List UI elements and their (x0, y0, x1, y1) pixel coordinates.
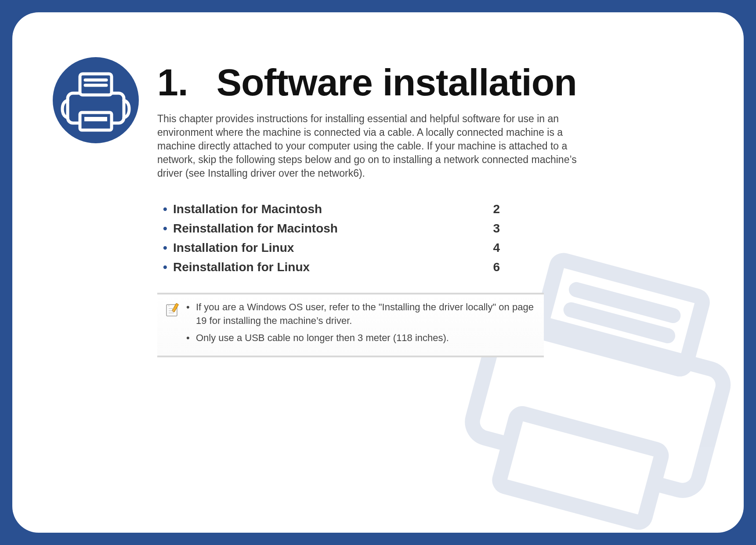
toc-item[interactable]: • Reinstallation for Linux 6 (157, 258, 500, 277)
toc-page: 3 (482, 222, 500, 236)
note-list: If you are a Windows OS user, refer to t… (186, 301, 535, 348)
chapter-intro: This chapter provides instructions for i… (157, 112, 601, 180)
note-pencil-icon (165, 302, 180, 317)
toc-page: 6 (482, 260, 500, 274)
chapter-title-text: Software installation (217, 61, 577, 103)
chapter-title-block: 1. Software installation This chapter pr… (157, 56, 704, 180)
bullet-icon: • (157, 260, 173, 274)
note-box: If you are a Windows OS user, refer to t… (157, 293, 544, 357)
table-of-contents: • Installation for Macintosh 2 • Reinsta… (157, 200, 500, 277)
toc-page: 4 (482, 241, 500, 255)
svg-rect-11 (84, 117, 107, 121)
toc-label: Reinstallation for Linux (173, 260, 482, 274)
bullet-icon: • (157, 241, 173, 255)
toc-label: Reinstallation for Macintosh (173, 222, 482, 236)
toc-item[interactable]: • Installation for Macintosh 2 (157, 200, 500, 219)
document-page: 1. Software installation This chapter pr… (12, 12, 744, 533)
svg-rect-2 (498, 412, 663, 524)
toc-item[interactable]: • Reinstallation for Macintosh 3 (157, 219, 500, 238)
chapter-header: 1. Software installation This chapter pr… (52, 56, 704, 180)
note-item: If you are a Windows OS user, refer to t… (186, 301, 535, 328)
chapter-number: 1. (157, 61, 206, 104)
toc-item[interactable]: • Installation for Linux 4 (157, 238, 500, 258)
toc-label: Installation for Macintosh (173, 202, 482, 216)
bullet-icon: • (157, 222, 173, 236)
toc-page: 2 (482, 202, 500, 216)
printer-icon (52, 56, 140, 144)
toc-label: Installation for Linux (173, 241, 482, 255)
note-item: Only use a USB cable no longer then 3 me… (186, 331, 535, 345)
bullet-icon: • (157, 202, 173, 216)
content-area: 1. Software installation This chapter pr… (12, 12, 744, 384)
chapter-title: 1. Software installation (157, 61, 704, 104)
